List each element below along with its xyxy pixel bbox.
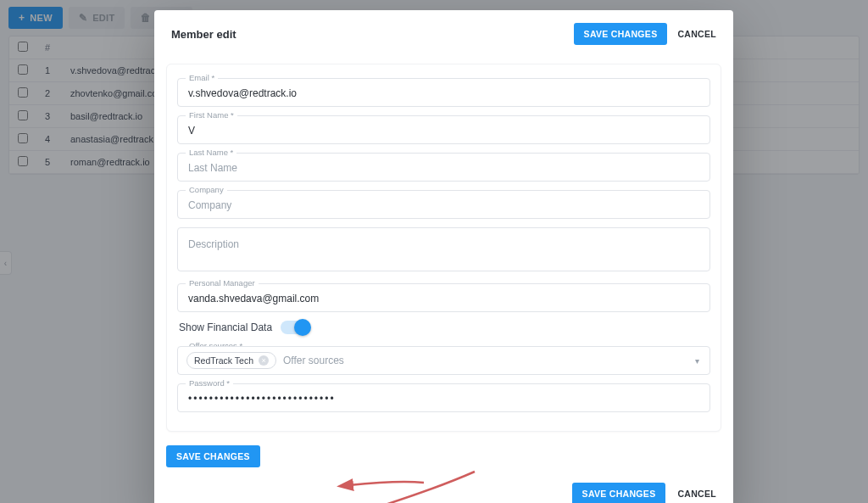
- last-name-label: Last Name *: [186, 148, 236, 157]
- toggle-knob-icon: [294, 319, 311, 336]
- chip-remove-icon[interactable]: ×: [259, 355, 269, 366]
- password-input[interactable]: [177, 383, 710, 412]
- chevron-down-icon[interactable]: ▾: [695, 356, 699, 366]
- modal-title: Member edit: [171, 28, 236, 41]
- company-input[interactable]: [177, 190, 710, 219]
- cancel-bottom-button[interactable]: CANCEL: [677, 489, 716, 499]
- cancel-top-button[interactable]: CANCEL: [677, 29, 716, 39]
- chip-label: RedTrack Tech: [194, 355, 253, 366]
- save-changes-top-button[interactable]: SAVE CHANGES: [574, 23, 668, 45]
- personal-manager-label: Personal Manager: [186, 278, 259, 288]
- email-input[interactable]: [177, 78, 710, 107]
- offer-sources-chip: RedTrack Tech ×: [186, 352, 276, 369]
- member-edit-modal: Member edit SAVE CHANGES CANCEL Email * …: [154, 10, 733, 503]
- password-label: Password *: [186, 378, 233, 388]
- first-name-label: First Name *: [186, 110, 237, 120]
- offer-sources-input[interactable]: RedTrack Tech × Offer sources ▾: [177, 346, 710, 375]
- first-name-input[interactable]: [177, 115, 710, 144]
- company-label: Company: [186, 185, 227, 194]
- email-label: Email *: [186, 73, 218, 82]
- save-changes-bottom-button[interactable]: SAVE CHANGES: [572, 483, 666, 503]
- form-card: Email * First Name * Last Name * Company…: [166, 64, 721, 432]
- show-financial-data-label: Show Financial Data: [179, 321, 272, 333]
- show-financial-data-toggle[interactable]: [281, 321, 309, 334]
- description-input[interactable]: [177, 227, 710, 271]
- last-name-input[interactable]: [177, 153, 710, 182]
- personal-manager-input[interactable]: [177, 283, 710, 312]
- offer-sources-placeholder: Offer sources: [283, 355, 701, 366]
- save-changes-middle-button[interactable]: SAVE CHANGES: [166, 445, 260, 467]
